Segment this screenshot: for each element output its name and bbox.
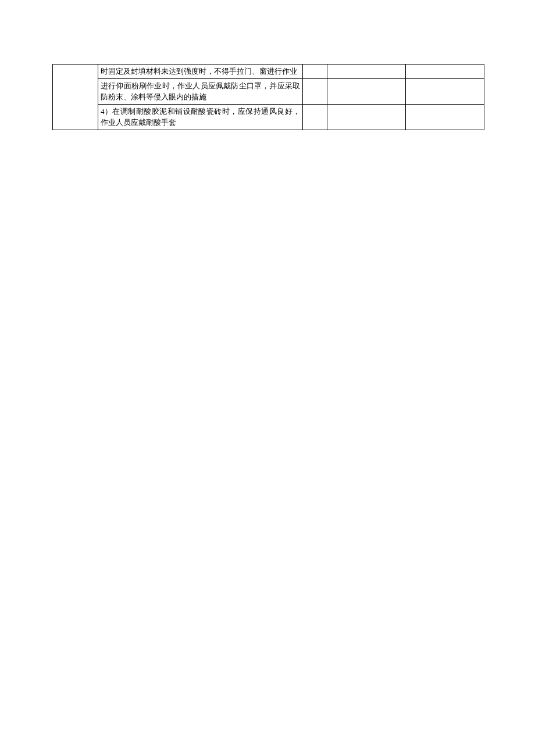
document-page: 时固定及封填材料未达到强度时，不得手拉门、窗进行作业 进行仰面粉刷作业时，作业人… [0,0,535,130]
cell-col5 [406,65,484,79]
cell-content: 进行仰面粉刷作业时，作业人员应佩戴防尘口罩，并应采取防粉末、涂料等侵入眼内的措施 [98,78,303,104]
cell-col3 [303,65,327,79]
cell-col4 [327,104,406,130]
cell-col5 [406,104,484,130]
cell-content: 时固定及封填材料未达到强度时，不得手拉门、窗进行作业 [98,65,303,79]
cell-col5 [406,78,484,104]
cell-col3 [303,104,327,130]
cell-content: 4）在调制耐酸胶泥和铺设耐酸瓷砖时，应保持通风良好，作业人员应戴耐酸手套 [98,104,303,130]
content-table: 时固定及封填材料未达到强度时，不得手拉门、窗进行作业 进行仰面粉刷作业时，作业人… [52,64,484,130]
cell-col4 [327,78,406,104]
table-row: 进行仰面粉刷作业时，作业人员应佩戴防尘口罩，并应采取防粉末、涂料等侵入眼内的措施 [53,78,484,104]
cell-category [53,65,98,130]
table-row: 时固定及封填材料未达到强度时，不得手拉门、窗进行作业 [53,65,484,79]
cell-col3 [303,78,327,104]
cell-col4 [327,65,406,79]
table-row: 4）在调制耐酸胶泥和铺设耐酸瓷砖时，应保持通风良好，作业人员应戴耐酸手套 [53,104,484,130]
